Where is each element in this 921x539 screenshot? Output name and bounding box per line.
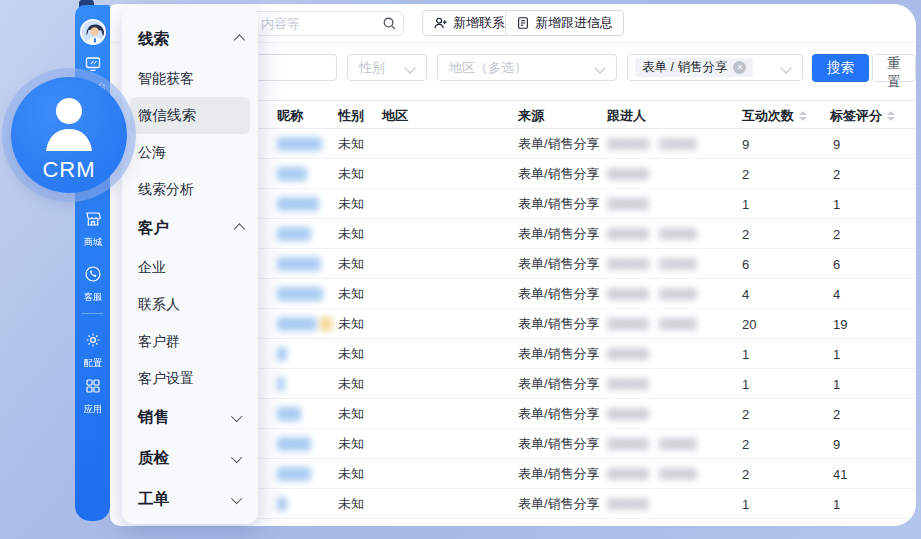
gender-cell: 未知 (338, 369, 364, 399)
gender-cell: 未知 (338, 489, 364, 519)
source-cell: 表单/销售分享 (518, 399, 600, 429)
table-row[interactable]: 未知表单/销售分享11 (258, 489, 916, 519)
follower-blurred (659, 468, 697, 480)
source-cell: 表单/销售分享 (518, 189, 600, 219)
crm-badge-label: CRM (42, 157, 95, 183)
user-avatar[interactable] (80, 19, 106, 45)
gender-cell: 未知 (338, 429, 364, 459)
menu-item-智能获客[interactable]: 智能获客 (122, 60, 258, 97)
score-cell: 6 (833, 249, 840, 279)
menu-item-微信线索[interactable]: 微信线索 (130, 97, 250, 134)
sidebar-item-service[interactable]: 客服 (75, 265, 110, 304)
nickname-blurred[interactable] (277, 437, 311, 451)
headset-icon (84, 265, 102, 287)
nickname-blurred[interactable] (277, 257, 321, 271)
menu-item-客户群[interactable]: 客户群 (122, 323, 258, 360)
table-row[interactable]: 未知表单/销售分享22 (258, 159, 916, 189)
person-icon (38, 93, 100, 159)
gender-cell: 未知 (338, 189, 364, 219)
menu-item-企业[interactable]: 企业 (122, 249, 258, 286)
menu-item-label: 客户设置 (138, 370, 194, 388)
menu-section-客户[interactable]: 客户 (122, 208, 258, 249)
table-row[interactable]: 未知表单/销售分享11 (258, 339, 916, 369)
table-row[interactable]: 未知表单/销售分享29 (258, 429, 916, 459)
table-row[interactable]: 未知表单/销售分享11 (258, 189, 916, 219)
nickname-blurred[interactable] (277, 227, 311, 241)
table-row[interactable]: 未知表单/销售分享22 (258, 219, 916, 249)
search-icon[interactable] (382, 16, 397, 31)
column-header-昵称: 昵称 (277, 101, 303, 130)
table-row[interactable]: 未知表单/销售分享44 (258, 279, 916, 309)
nickname-blurred[interactable] (277, 197, 319, 211)
menu-section-质检[interactable]: 质检 (122, 438, 258, 479)
interactions-cell: 1 (742, 369, 749, 399)
chevron-up-icon (234, 34, 245, 45)
table-row[interactable]: 未知表单/销售分享99 (258, 129, 916, 159)
sidebar-item-label: 客服 (83, 291, 101, 304)
menu-section-销售[interactable]: 销售 (122, 397, 258, 438)
source-cell: 表单/销售分享 (518, 369, 600, 399)
column-header-标签评分[interactable]: 标签评分 (830, 101, 895, 130)
column-header-label: 标签评分 (830, 107, 882, 125)
column-header-互动次数[interactable]: 互动次数 (742, 101, 807, 130)
source-cell: 表单/销售分享 (518, 489, 600, 519)
menu-item-线索分析[interactable]: 线索分析 (122, 171, 258, 208)
menu-item-联系人[interactable]: 联系人 (122, 286, 258, 323)
gender-filter-select[interactable]: 性别 (347, 54, 427, 81)
table-row[interactable]: 未知表单/销售分享66 (258, 249, 916, 279)
nickname-blurred[interactable] (277, 137, 322, 151)
sidebar-item-config[interactable]: 配置 (75, 331, 110, 370)
menu-item-公海[interactable]: 公海 (122, 134, 258, 171)
table-row[interactable]: 未知表单/销售分享241 (258, 459, 916, 489)
nickname-blurred[interactable] (277, 167, 307, 181)
table-body: 未知表单/销售分享99未知表单/销售分享22未知表单/销售分享11未知表单/销售… (258, 129, 916, 519)
source-cell: 表单/销售分享 (518, 129, 600, 159)
nickname-blurred[interactable] (277, 467, 311, 481)
interactions-cell: 20 (742, 309, 756, 339)
follower-blurred (607, 498, 649, 510)
follower-blurred (607, 258, 649, 270)
menu-section-label: 线索 (138, 29, 169, 50)
chevron-down-icon (231, 492, 242, 503)
nickname-blurred[interactable] (277, 407, 301, 421)
score-cell: 1 (833, 369, 840, 399)
score-cell: 41 (833, 459, 847, 489)
follower-blurred (607, 378, 649, 390)
menu-item-label: 智能获客 (138, 70, 194, 88)
chevron-down-icon (404, 62, 415, 73)
score-cell: 1 (833, 339, 840, 369)
menu-item-label: 公海 (138, 144, 166, 162)
follower-blurred (607, 228, 649, 240)
interactions-cell: 4 (742, 279, 749, 309)
nickname-blurred[interactable] (277, 287, 323, 301)
table-row[interactable]: 未知表单/销售分享11 (258, 369, 916, 399)
monitor-icon (84, 55, 102, 77)
sort-icon[interactable] (887, 111, 895, 121)
table-row[interactable]: 未知表单/销售分享22 (258, 399, 916, 429)
remove-tag-icon[interactable]: ✕ (733, 61, 746, 74)
table-row[interactable]: 未知表单/销售分享2019 (258, 309, 916, 339)
follower-blurred (607, 468, 649, 480)
crm-app-badge[interactable]: CRM (11, 77, 127, 193)
menu-item-label: 微信线索 (138, 106, 196, 125)
sidebar-item-mall[interactable]: 商城 (75, 210, 110, 249)
more-actions-button[interactable]: ··· (590, 7, 618, 35)
source-filter-select[interactable]: 表单 / 销售分享 ✕ (627, 54, 803, 81)
sort-icon[interactable] (799, 111, 807, 121)
column-header-label: 昵称 (277, 107, 303, 125)
reset-button[interactable]: 重置 (872, 54, 916, 82)
nickname-blurred[interactable] (277, 497, 287, 511)
nickname-blurred[interactable] (277, 347, 287, 361)
menu-section-线索[interactable]: 线索 (122, 19, 258, 60)
gender-cell: 未知 (338, 279, 364, 309)
sidebar-item-apps[interactable]: 应用 (75, 377, 110, 416)
menu-section-工单[interactable]: 工单 (122, 479, 258, 520)
search-button[interactable]: 搜索 (812, 54, 869, 82)
interactions-cell: 6 (742, 249, 749, 279)
region-filter-select[interactable]: 地区（多选） (437, 54, 617, 81)
person-add-icon (433, 16, 448, 31)
nickname-blurred[interactable] (277, 317, 317, 331)
nickname-blurred[interactable] (277, 377, 285, 391)
menu-item-客户设置[interactable]: 客户设置 (122, 360, 258, 397)
score-cell: 9 (833, 129, 840, 159)
